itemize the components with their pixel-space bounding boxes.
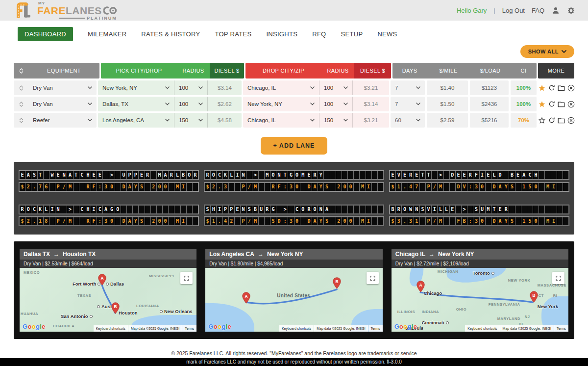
equipment-select[interactable]: Dry Van: [28, 97, 97, 111]
refresh-icon[interactable]: [548, 101, 555, 107]
ticker-route-line: ROCKLIN > MONTGOMERY: [204, 170, 384, 180]
row-reorder-handle[interactable]: [14, 113, 28, 128]
fullscreen-button[interactable]: [180, 272, 193, 284]
map-label: INDIANA: [422, 310, 439, 314]
drop-city-select[interactable]: Chicago, IL: [243, 80, 319, 95]
nav-setup[interactable]: SETUP: [341, 30, 363, 38]
ticker-rate-line: $1.47 P/M DV:30 DAYS 150 MI: [389, 182, 569, 192]
map-data-text: Map data ©2025 Google, INEGI: [128, 325, 182, 332]
map-canvas[interactable]: MICHIGANTorontoNEW YORKMASSACHUSEChicago…: [392, 268, 568, 332]
map-marker-a[interactable]: A: [98, 274, 106, 288]
nav-rates-history[interactable]: RATES & HISTORY: [141, 30, 200, 38]
map-label: MARYLAND: [497, 317, 520, 321]
ticker-board: SHIPPENSBURG > CORONA $1.42 P/M SD:30 DA…: [204, 205, 384, 226]
keyboard-shortcuts-link[interactable]: Keyboard shortcuts: [94, 325, 128, 332]
fullscreen-button[interactable]: [552, 272, 564, 284]
pick-city-select[interactable]: Dallas, TX: [98, 97, 174, 111]
terms-link[interactable]: Terms: [554, 325, 568, 332]
nav-dashboard[interactable]: DASHBOARD: [18, 27, 73, 41]
terms-link[interactable]: Terms: [182, 325, 196, 332]
map-rate-subtitle: Dry Van | $2.72/mile | $2,109/load: [392, 260, 568, 268]
ticker-route-line: EAST WENATCHEE > UPPER MARLBOR: [19, 170, 199, 180]
header-ci[interactable]: CI: [511, 63, 537, 78]
nav-milemaker[interactable]: MILEMAKER: [88, 30, 126, 38]
settings-icon[interactable]: [567, 6, 575, 15]
header-drop-city[interactable]: DROP CITY/ZIP: [245, 63, 321, 78]
header-per-mile[interactable]: $/MILE: [427, 63, 470, 78]
pick-city-select[interactable]: Los Angeles, CA: [98, 113, 174, 128]
nav-top-rates[interactable]: TOP RATES: [215, 30, 251, 38]
fullscreen-button[interactable]: [367, 272, 379, 284]
header-days[interactable]: DAYS: [392, 63, 427, 78]
chevron-down-icon: [343, 86, 348, 89]
folder-icon[interactable]: [558, 117, 565, 124]
drop-radius-select[interactable]: 150: [319, 113, 352, 128]
drop-radius-select[interactable]: 100: [319, 97, 352, 111]
chevron-down-icon: [310, 103, 315, 105]
header-pick-diesel[interactable]: DIESEL $: [210, 63, 244, 78]
map-marker-a[interactable]: A: [416, 281, 425, 294]
chevron-down-icon: [88, 103, 92, 105]
ci-value: 100%: [511, 97, 537, 111]
header-drop-diesel[interactable]: DIESEL $: [354, 63, 391, 78]
map-canvas[interactable]: United States AB Google Keyboard shortcu…: [205, 268, 382, 332]
drop-city-select[interactable]: Chicago, IL: [243, 113, 319, 128]
map-marker-a[interactable]: A: [242, 292, 250, 306]
logo-mark-icon: [15, 1, 35, 20]
svg-text:B: B: [114, 304, 117, 309]
remove-icon[interactable]: [567, 117, 575, 124]
row-reorder-handle[interactable]: [14, 80, 28, 95]
sort-column-icon[interactable]: [14, 68, 28, 74]
keyboard-shortcuts-link[interactable]: Keyboard shortcuts: [279, 325, 314, 332]
days-select[interactable]: 7: [391, 80, 425, 95]
top-bar: MY FARELANES PLATINUM Hello Gary | Log O…: [0, 0, 588, 21]
map-marker-b[interactable]: B: [530, 291, 538, 305]
equipment-select[interactable]: Reefer: [28, 113, 97, 128]
nav-news[interactable]: NEWS: [377, 30, 397, 38]
chevron-down-icon: [416, 103, 420, 105]
show-all-label: SHOW ALL: [528, 49, 559, 54]
map-marker-b[interactable]: B: [111, 302, 120, 316]
header-per-load[interactable]: $/LOAD: [470, 63, 511, 78]
add-lane-button[interactable]: + ADD LANE: [261, 137, 328, 155]
faq-link[interactable]: FAQ: [532, 7, 544, 14]
pick-radius-select[interactable]: 100: [174, 80, 207, 95]
favorite-icon[interactable]: [538, 84, 546, 92]
chevron-down-icon: [165, 119, 170, 122]
remove-icon[interactable]: [567, 84, 575, 92]
favorite-icon[interactable]: [538, 117, 546, 124]
show-all-button[interactable]: SHOW ALL: [520, 45, 574, 58]
chevron-down-icon: [416, 86, 420, 89]
chevron-down-icon: [198, 103, 203, 105]
pick-radius-select[interactable]: 100: [174, 97, 207, 111]
terms-link[interactable]: Terms: [368, 325, 383, 332]
map-marker-b[interactable]: B: [333, 277, 341, 291]
header-pick-city[interactable]: PICK CITY/DROP: [101, 63, 177, 78]
header-equipment[interactable]: EQUIPMENT: [28, 68, 99, 74]
drop-city-select[interactable]: New York, NY: [243, 97, 319, 111]
nav-rfq[interactable]: RFQ: [312, 30, 326, 38]
logout-link[interactable]: Log Out: [502, 7, 525, 14]
pick-radius-select[interactable]: 150: [174, 113, 207, 128]
equipment-select[interactable]: Dry Van: [28, 80, 97, 95]
keyboard-shortcuts-link[interactable]: Keyboard shortcuts: [465, 325, 499, 332]
days-select[interactable]: 60: [391, 113, 425, 128]
refresh-icon[interactable]: [548, 117, 555, 124]
favorite-icon[interactable]: [538, 101, 546, 108]
account-icon[interactable]: [551, 6, 560, 15]
header-drop-radius[interactable]: RADIUS: [321, 63, 354, 78]
refresh-icon[interactable]: [548, 84, 555, 91]
remove-icon[interactable]: [567, 101, 575, 108]
drop-radius-select[interactable]: 100: [319, 80, 352, 95]
google-logo: Google: [394, 323, 417, 330]
map-canvas[interactable]: MEXICOFort WorthDallasTEXASMISSISSIPPIAu…: [20, 268, 196, 332]
header-pick-radius[interactable]: RADIUS: [177, 63, 210, 78]
pick-city-select[interactable]: New York, NY: [98, 80, 174, 95]
svg-text:B: B: [336, 279, 339, 284]
nav-insights[interactable]: INSIGHTS: [266, 30, 297, 38]
app-logo[interactable]: MY FARELANES PLATINUM: [15, 1, 117, 20]
days-select[interactable]: 7: [391, 97, 425, 111]
row-reorder-handle[interactable]: [14, 97, 28, 111]
folder-icon[interactable]: [558, 101, 565, 107]
folder-icon[interactable]: [558, 85, 565, 91]
